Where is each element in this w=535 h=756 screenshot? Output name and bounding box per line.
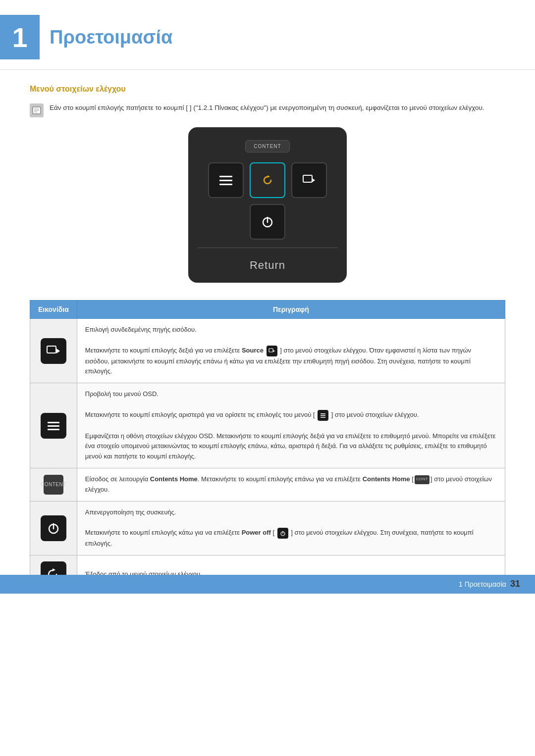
source-bold: Source bbox=[242, 347, 264, 354]
svg-rect-10 bbox=[47, 346, 56, 353]
chapter-header: 1 Προετοιμασία bbox=[0, 0, 535, 70]
content-area: Μενού στοιχείων ελέγχου Εάν στο κουμπί ε… bbox=[0, 85, 535, 594]
footer-page-number: 31 bbox=[510, 579, 520, 589]
description-cell-source: Επιλογή συνδεδεμένης πηγής εισόδου. Μετα… bbox=[77, 319, 505, 383]
table-row: CONTENT Είσοδος σε λειτουργία Contents H… bbox=[30, 468, 505, 501]
description-cell-menu: Προβολή του μενού OSD. Μετακινήστε το κο… bbox=[77, 383, 505, 468]
svg-rect-4 bbox=[219, 176, 232, 177]
source-inline-icon bbox=[267, 346, 277, 356]
contents-home-bold2: Contents Home bbox=[363, 475, 410, 483]
icon-cell-menu bbox=[30, 383, 77, 468]
icon-cell-power bbox=[30, 501, 77, 555]
svg-rect-13 bbox=[48, 425, 59, 427]
page: 1 Προετοιμασία Μενού στοιχείων ελέγχου Ε… bbox=[0, 0, 535, 594]
section-title: Μενού στοιχείων ελέγχου bbox=[30, 85, 505, 94]
remote-back-button bbox=[250, 162, 285, 198]
note-block: Εάν στο κουμπί επιλογής πατήσετε το κουμ… bbox=[30, 102, 505, 117]
content-inline-icon: CONT bbox=[415, 475, 429, 484]
remote-graphic: CONTENT bbox=[188, 127, 347, 283]
svg-rect-14 bbox=[48, 429, 59, 430]
menu-icon-box bbox=[41, 413, 66, 439]
table-row: Επιλογή συνδεδεμένης πηγής εισόδου. Μετα… bbox=[30, 319, 505, 383]
contents-home-bold1: Contents Home bbox=[150, 475, 198, 483]
icon-cell-content: CONTENT bbox=[30, 468, 77, 501]
content-button: CONTENT bbox=[245, 140, 289, 152]
svg-rect-12 bbox=[48, 422, 59, 423]
source-icon-box bbox=[41, 338, 66, 364]
remote-power-button bbox=[250, 204, 285, 240]
chapter-number-block: 1 bbox=[0, 15, 40, 59]
table-row: Απενεργοποίηση της συσκευής. Μετακινήστε… bbox=[30, 501, 505, 555]
note-text: Εάν στο κουμπί επιλογής πατήσετε το κουμ… bbox=[50, 102, 484, 113]
description-cell-content: Είσοδος σε λειτουργία Contents Home. Μετ… bbox=[77, 468, 505, 501]
description-cell-power: Απενεργοποίηση της συσκευής. Μετακινήστε… bbox=[77, 501, 505, 555]
remote-divider bbox=[197, 248, 338, 248]
table-row: Προβολή του μενού OSD. Μετακινήστε το κο… bbox=[30, 383, 505, 468]
menu-inline-icon bbox=[318, 410, 328, 421]
power-off-bold: Power off bbox=[242, 529, 271, 537]
remote-middle-row bbox=[197, 162, 338, 198]
icon-cell-source bbox=[30, 319, 77, 383]
chapter-title: Προετοιμασία bbox=[50, 27, 172, 48]
page-footer: 1 Προετοιμασία 31 bbox=[0, 575, 535, 594]
note-icon bbox=[30, 103, 44, 117]
svg-rect-16 bbox=[321, 415, 325, 416]
remote-bottom-row bbox=[197, 204, 338, 240]
footer-text: 1 Προετοιμασία bbox=[459, 580, 506, 588]
svg-rect-5 bbox=[219, 180, 232, 181]
power-inline-icon bbox=[277, 528, 288, 539]
svg-rect-11 bbox=[269, 349, 273, 352]
remote-top-section: CONTENT bbox=[197, 136, 338, 156]
content-icon-box: CONTENT bbox=[44, 475, 63, 495]
info-table: Εικονίδια Περιγραφή bbox=[30, 300, 505, 594]
table-header-icons: Εικονίδια bbox=[30, 301, 77, 319]
chapter-number: 1 bbox=[12, 21, 27, 53]
table-header-description: Περιγραφή bbox=[77, 301, 505, 319]
svg-rect-6 bbox=[219, 184, 232, 185]
remote-container: CONTENT bbox=[30, 127, 505, 283]
svg-rect-15 bbox=[321, 413, 325, 414]
remote-menu-button bbox=[208, 162, 244, 198]
power-icon-box bbox=[41, 515, 66, 541]
svg-rect-7 bbox=[303, 175, 312, 182]
remote-return-label: Return bbox=[250, 256, 285, 274]
remote-source-button bbox=[291, 162, 327, 198]
svg-rect-17 bbox=[321, 417, 325, 418]
